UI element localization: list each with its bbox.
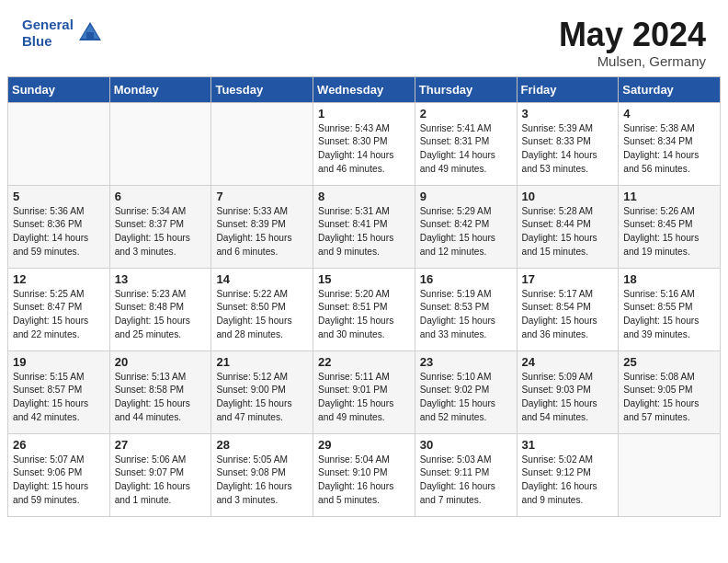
calendar-cell: 15Sunrise: 5:20 AM Sunset: 8:51 PM Dayli… [313, 268, 415, 350]
day-content: Sunrise: 5:12 AM Sunset: 9:00 PM Dayligh… [216, 371, 308, 425]
day-content: Sunrise: 5:17 AM Sunset: 8:54 PM Dayligh… [522, 288, 614, 342]
calendar-cell: 30Sunrise: 5:03 AM Sunset: 9:11 PM Dayli… [415, 433, 517, 516]
day-number: 26 [13, 438, 105, 452]
calendar-table: Sunday Monday Tuesday Wednesday Thursday… [7, 76, 721, 517]
title-block: May 2024 Mulsen, Germany [559, 17, 706, 69]
day-number: 25 [623, 355, 715, 369]
day-content: Sunrise: 5:28 AM Sunset: 8:44 PM Dayligh… [522, 205, 614, 259]
day-content: Sunrise: 5:15 AM Sunset: 8:57 PM Dayligh… [13, 371, 105, 425]
calendar-cell: 29Sunrise: 5:04 AM Sunset: 9:10 PM Dayli… [313, 433, 415, 516]
day-number: 8 [318, 190, 410, 203]
day-content: Sunrise: 5:33 AM Sunset: 8:39 PM Dayligh… [216, 205, 308, 259]
calendar-cell: 21Sunrise: 5:12 AM Sunset: 9:00 PM Dayli… [211, 350, 313, 433]
day-number: 2 [420, 107, 512, 121]
day-number: 4 [623, 107, 715, 121]
day-number: 11 [623, 190, 715, 203]
calendar-week-row: 12Sunrise: 5:25 AM Sunset: 8:47 PM Dayli… [8, 268, 721, 350]
day-number: 13 [115, 272, 207, 286]
day-number: 6 [115, 190, 207, 203]
col-tuesday: Tuesday [211, 76, 313, 102]
day-number: 18 [623, 272, 715, 286]
calendar-cell: 13Sunrise: 5:23 AM Sunset: 8:48 PM Dayli… [109, 268, 211, 350]
day-content: Sunrise: 5:31 AM Sunset: 8:41 PM Dayligh… [318, 205, 410, 259]
day-number: 21 [216, 355, 308, 369]
day-content: Sunrise: 5:26 AM Sunset: 8:45 PM Dayligh… [623, 205, 715, 259]
day-number: 3 [522, 107, 614, 121]
day-number: 14 [216, 272, 308, 286]
page-header: General Blue May 2024 Mulsen, Germany [0, 0, 728, 76]
calendar-week-row: 5Sunrise: 5:36 AM Sunset: 8:36 PM Daylig… [8, 185, 721, 268]
calendar-cell [8, 102, 110, 185]
calendar-cell: 19Sunrise: 5:15 AM Sunset: 8:57 PM Dayli… [8, 350, 110, 433]
day-content: Sunrise: 5:07 AM Sunset: 9:06 PM Dayligh… [13, 454, 105, 508]
calendar-cell: 2Sunrise: 5:41 AM Sunset: 8:31 PM Daylig… [415, 102, 517, 185]
day-content: Sunrise: 5:13 AM Sunset: 8:58 PM Dayligh… [115, 371, 207, 425]
calendar-cell [211, 102, 313, 185]
location: Mulsen, Germany [559, 53, 706, 69]
day-content: Sunrise: 5:19 AM Sunset: 8:53 PM Dayligh… [420, 288, 512, 342]
day-content: Sunrise: 5:11 AM Sunset: 9:01 PM Dayligh… [318, 371, 410, 425]
calendar-cell: 11Sunrise: 5:26 AM Sunset: 8:45 PM Dayli… [619, 185, 721, 268]
calendar-cell: 22Sunrise: 5:11 AM Sunset: 9:01 PM Dayli… [313, 350, 415, 433]
calendar-cell: 5Sunrise: 5:36 AM Sunset: 8:36 PM Daylig… [8, 185, 110, 268]
calendar-cell: 4Sunrise: 5:38 AM Sunset: 8:34 PM Daylig… [619, 102, 721, 185]
day-content: Sunrise: 5:06 AM Sunset: 9:07 PM Dayligh… [115, 454, 207, 508]
logo-icon [77, 20, 103, 46]
day-content: Sunrise: 5:10 AM Sunset: 9:02 PM Dayligh… [420, 371, 512, 425]
calendar-week-row: 19Sunrise: 5:15 AM Sunset: 8:57 PM Dayli… [8, 350, 721, 433]
calendar-cell: 7Sunrise: 5:33 AM Sunset: 8:39 PM Daylig… [211, 185, 313, 268]
col-wednesday: Wednesday [313, 76, 415, 102]
day-number: 19 [13, 355, 105, 369]
logo: General Blue [22, 17, 103, 50]
day-content: Sunrise: 5:29 AM Sunset: 8:42 PM Dayligh… [420, 205, 512, 259]
day-content: Sunrise: 5:41 AM Sunset: 8:31 PM Dayligh… [420, 122, 512, 177]
calendar-cell: 9Sunrise: 5:29 AM Sunset: 8:42 PM Daylig… [415, 185, 517, 268]
col-friday: Friday [517, 76, 619, 102]
calendar-cell: 23Sunrise: 5:10 AM Sunset: 9:02 PM Dayli… [415, 350, 517, 433]
day-content: Sunrise: 5:16 AM Sunset: 8:55 PM Dayligh… [623, 288, 715, 342]
day-content: Sunrise: 5:23 AM Sunset: 8:48 PM Dayligh… [115, 288, 207, 342]
day-content: Sunrise: 5:39 AM Sunset: 8:33 PM Dayligh… [522, 122, 614, 177]
day-content: Sunrise: 5:38 AM Sunset: 8:34 PM Dayligh… [623, 122, 715, 177]
day-number: 16 [420, 272, 512, 286]
calendar-cell: 24Sunrise: 5:09 AM Sunset: 9:03 PM Dayli… [517, 350, 619, 433]
calendar-week-row: 26Sunrise: 5:07 AM Sunset: 9:06 PM Dayli… [8, 433, 721, 516]
day-number: 31 [522, 438, 614, 452]
day-number: 29 [318, 438, 410, 452]
calendar-header: Sunday Monday Tuesday Wednesday Thursday… [8, 76, 721, 102]
calendar-cell: 26Sunrise: 5:07 AM Sunset: 9:06 PM Dayli… [8, 433, 110, 516]
day-content: Sunrise: 5:02 AM Sunset: 9:12 PM Dayligh… [522, 454, 614, 508]
col-thursday: Thursday [415, 76, 517, 102]
day-number: 15 [318, 272, 410, 286]
day-number: 17 [522, 272, 614, 286]
day-content: Sunrise: 5:43 AM Sunset: 8:30 PM Dayligh… [318, 122, 410, 177]
calendar-cell: 6Sunrise: 5:34 AM Sunset: 8:37 PM Daylig… [109, 185, 211, 268]
day-content: Sunrise: 5:34 AM Sunset: 8:37 PM Dayligh… [115, 205, 207, 259]
month-year: May 2024 [559, 17, 706, 53]
day-content: Sunrise: 5:09 AM Sunset: 9:03 PM Dayligh… [522, 371, 614, 425]
header-row: Sunday Monday Tuesday Wednesday Thursday… [8, 76, 721, 102]
day-number: 27 [115, 438, 207, 452]
day-content: Sunrise: 5:36 AM Sunset: 8:36 PM Dayligh… [13, 205, 105, 259]
calendar-cell: 8Sunrise: 5:31 AM Sunset: 8:41 PM Daylig… [313, 185, 415, 268]
calendar-cell: 20Sunrise: 5:13 AM Sunset: 8:58 PM Dayli… [109, 350, 211, 433]
calendar-wrapper: Sunday Monday Tuesday Wednesday Thursday… [0, 76, 728, 528]
col-monday: Monday [109, 76, 211, 102]
day-content: Sunrise: 5:04 AM Sunset: 9:10 PM Dayligh… [318, 454, 410, 508]
logo-text: General Blue [22, 17, 74, 50]
day-content: Sunrise: 5:20 AM Sunset: 8:51 PM Dayligh… [318, 288, 410, 342]
calendar-cell: 3Sunrise: 5:39 AM Sunset: 8:33 PM Daylig… [517, 102, 619, 185]
calendar-cell: 1Sunrise: 5:43 AM Sunset: 8:30 PM Daylig… [313, 102, 415, 185]
day-content: Sunrise: 5:03 AM Sunset: 9:11 PM Dayligh… [420, 454, 512, 508]
day-number: 9 [420, 190, 512, 203]
calendar-cell [619, 433, 721, 516]
day-number: 24 [522, 355, 614, 369]
calendar-cell: 10Sunrise: 5:28 AM Sunset: 8:44 PM Dayli… [517, 185, 619, 268]
calendar-cell: 25Sunrise: 5:08 AM Sunset: 9:05 PM Dayli… [619, 350, 721, 433]
day-number: 5 [13, 190, 105, 203]
calendar-cell: 14Sunrise: 5:22 AM Sunset: 8:50 PM Dayli… [211, 268, 313, 350]
col-saturday: Saturday [619, 76, 721, 102]
day-number: 30 [420, 438, 512, 452]
day-number: 10 [522, 190, 614, 203]
calendar-week-row: 1Sunrise: 5:43 AM Sunset: 8:30 PM Daylig… [8, 102, 721, 185]
